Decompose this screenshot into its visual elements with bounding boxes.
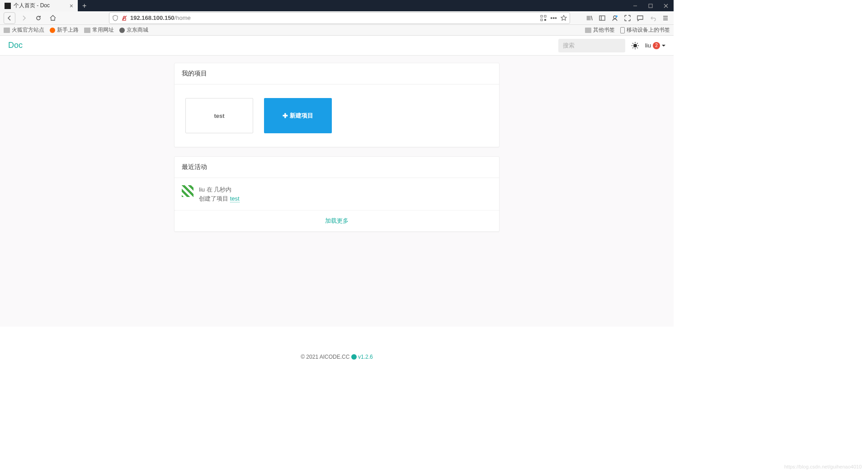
- page-icon: [5, 3, 11, 9]
- svg-line-23: [637, 47, 638, 48]
- bookmark-item[interactable]: 京东商城: [119, 26, 148, 34]
- svg-line-25: [637, 43, 638, 44]
- back-button[interactable]: [4, 12, 15, 24]
- projects-card: 我的项目 test ✚ 新建项目: [174, 63, 500, 147]
- home-button[interactable]: [47, 12, 59, 24]
- activity-item: liu 在 几秒内 创建了项目 test: [175, 178, 499, 211]
- page-actions-icon[interactable]: •••: [550, 14, 557, 22]
- svg-rect-7: [544, 15, 546, 17]
- mobile-bookmarks[interactable]: 移动设备上的书签: [620, 26, 670, 34]
- mobile-icon: [620, 27, 625, 33]
- load-more-button[interactable]: 加载更多: [175, 211, 499, 231]
- bookmark-item[interactable]: 常用网址: [84, 26, 114, 34]
- url-text: 192.168.100.150/home: [130, 14, 538, 21]
- folder-icon: [84, 28, 90, 33]
- user-name: liu: [645, 42, 651, 49]
- avatar: [182, 185, 193, 197]
- sidebar-icon[interactable]: [599, 14, 607, 22]
- projects-title: 我的项目: [175, 63, 499, 84]
- url-bar[interactable]: 192.168.100.150/home •••: [109, 12, 570, 24]
- globe-icon: [119, 28, 125, 33]
- svg-rect-6: [541, 15, 542, 17]
- svg-point-13: [616, 15, 618, 17]
- svg-point-17: [633, 44, 637, 47]
- undo-icon[interactable]: [649, 14, 657, 22]
- theme-toggle-icon[interactable]: [631, 41, 640, 50]
- user-menu[interactable]: liu 2: [645, 42, 665, 49]
- folder-icon: [4, 28, 10, 33]
- maximize-button[interactable]: [643, 0, 658, 11]
- version-link[interactable]: v1.2.6: [358, 354, 373, 360]
- tab-title: 个人首页 - Doc: [14, 2, 50, 9]
- svg-rect-10: [599, 16, 605, 20]
- activity-link[interactable]: test: [230, 195, 240, 202]
- browser-navbar: 192.168.100.150/home •••: [0, 11, 674, 25]
- qr-icon[interactable]: [540, 15, 547, 21]
- search-input[interactable]: [558, 39, 625, 52]
- bookmarks-bar: 火狐官方站点 新手上路 常用网址 京东商城 其他书签 移动设备上的书签: [0, 25, 674, 36]
- bookmark-item[interactable]: 火狐官方站点: [4, 26, 44, 34]
- reload-button[interactable]: [33, 12, 44, 24]
- footer: © 2021 AICODE.CC v1.2.6: [0, 327, 674, 365]
- app-header: Doc liu 2: [0, 36, 674, 56]
- svg-rect-8: [541, 19, 542, 21]
- svg-line-22: [632, 43, 633, 44]
- browser-titlebar: 个人首页 - Doc × +: [0, 0, 674, 11]
- activity-card: 最近活动 liu 在 几秒内 创建了项目 test 加载更多: [174, 156, 500, 232]
- browser-toolbar-right: [586, 14, 670, 22]
- project-tile[interactable]: test: [185, 98, 253, 133]
- copyright: © 2021 AICODE.CC: [301, 354, 349, 360]
- project-name: test: [214, 112, 224, 119]
- chevron-down-icon: [662, 45, 665, 47]
- account-icon[interactable]: [611, 14, 619, 22]
- notification-badge: 2: [653, 42, 660, 49]
- insecure-lock-icon[interactable]: [121, 15, 127, 21]
- activity-title: 最近活动: [175, 157, 499, 178]
- activity-text: liu 在 几秒内 创建了项目 test: [199, 185, 240, 203]
- svg-line-24: [632, 47, 633, 48]
- svg-rect-1: [649, 4, 652, 8]
- tab-close-icon[interactable]: ×: [70, 2, 73, 9]
- menu-icon[interactable]: [662, 14, 670, 22]
- new-tab-button[interactable]: +: [78, 2, 91, 10]
- browser-tab[interactable]: 个人首页 - Doc ×: [0, 0, 78, 11]
- forward-button[interactable]: [18, 12, 30, 24]
- screenshot-icon[interactable]: [624, 14, 632, 22]
- new-project-label: 新建项目: [290, 112, 313, 120]
- close-button[interactable]: [658, 0, 674, 11]
- github-icon[interactable]: [351, 354, 357, 360]
- app-logo[interactable]: Doc: [8, 41, 23, 50]
- window-controls: [627, 0, 674, 11]
- bookmark-star-icon[interactable]: [561, 15, 567, 21]
- bookmark-item[interactable]: 新手上路: [50, 26, 79, 34]
- chat-icon[interactable]: [637, 14, 645, 22]
- folder-icon: [585, 28, 591, 33]
- new-project-button[interactable]: ✚ 新建项目: [264, 98, 332, 133]
- plus-icon: ✚: [283, 112, 288, 119]
- shield-icon[interactable]: [112, 15, 118, 21]
- svg-rect-9: [544, 19, 546, 21]
- other-bookmarks[interactable]: 其他书签: [585, 26, 615, 34]
- firefox-icon: [50, 28, 55, 33]
- minimize-button[interactable]: [627, 0, 643, 11]
- library-icon[interactable]: [586, 14, 594, 22]
- main-content: 我的项目 test ✚ 新建项目 最近活动 liu 在 几秒内 创建了项目 te…: [0, 56, 674, 327]
